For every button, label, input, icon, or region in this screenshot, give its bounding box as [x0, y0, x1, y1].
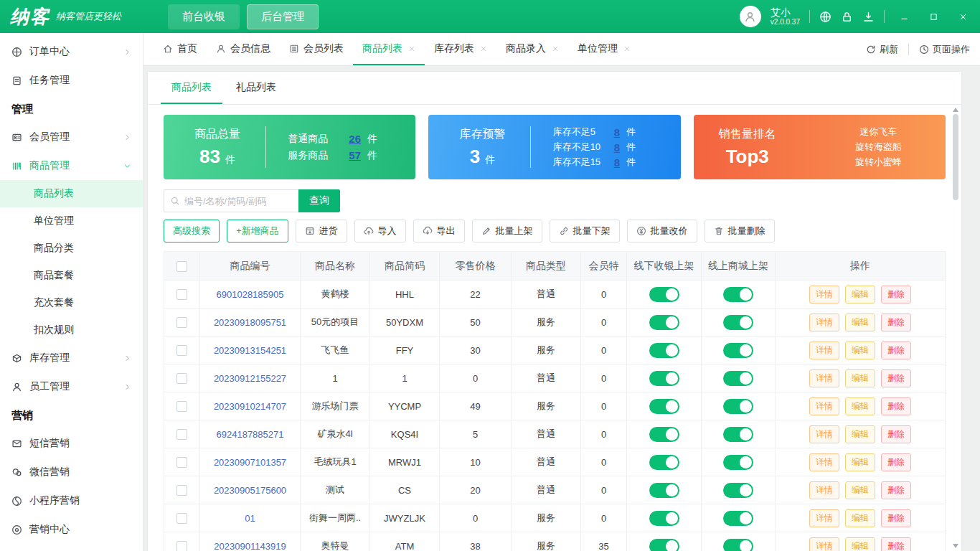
online-mall-toggle[interactable] — [723, 287, 753, 302]
batch-off-shelf-button[interactable]: 批量下架 — [550, 220, 620, 242]
detail-button[interactable]: 详情 — [809, 397, 839, 415]
scroll-up-arrow[interactable] — [953, 108, 958, 112]
sidebar-item-miniapp-marketing[interactable]: 小程序营销 — [0, 486, 143, 515]
batch-reprice-button[interactable]: 批量改价 — [627, 220, 697, 242]
edit-button[interactable]: 编辑 — [845, 369, 875, 387]
tab-home[interactable]: 首页 — [154, 33, 207, 65]
offline-cashier-toggle[interactable] — [649, 483, 679, 498]
row-checkbox[interactable] — [176, 289, 187, 300]
online-mall-toggle[interactable] — [723, 483, 753, 498]
lock-icon[interactable] — [841, 11, 853, 23]
row-checkbox[interactable] — [176, 457, 187, 468]
row-checkbox[interactable] — [176, 373, 187, 384]
row-checkbox[interactable] — [176, 401, 187, 412]
edit-button[interactable]: 编辑 — [845, 537, 875, 551]
query-button[interactable]: 查询 — [298, 189, 340, 212]
sidebar-item-inventory-management[interactable]: 库存管理 — [0, 344, 143, 372]
tab-product-list[interactable]: 商品列表 — [353, 33, 425, 65]
tab-member-info[interactable]: 会员信息 — [207, 33, 280, 65]
row-checkbox[interactable] — [176, 485, 187, 496]
product-code-link[interactable]: 20230912155227 — [214, 373, 286, 384]
delete-button[interactable]: 删除 — [881, 481, 911, 499]
detail-button[interactable]: 详情 — [809, 481, 839, 499]
card-detail-value[interactable]: 8 — [614, 156, 620, 169]
sidebar-item-member-management[interactable]: 会员管理 — [0, 123, 143, 151]
sidebar-item-staff-management[interactable]: 员工管理 — [0, 372, 143, 401]
offline-cashier-toggle[interactable] — [649, 315, 679, 330]
purchase-button[interactable]: 进货 — [296, 220, 347, 242]
sidebar-item-task-management[interactable]: 任务管理 — [0, 66, 143, 95]
sidebar-item-product-management[interactable]: 商品管理 — [0, 151, 143, 180]
edit-button[interactable]: 编辑 — [845, 286, 875, 303]
sidebar-subitem-recharge-package[interactable]: 充次套餐 — [0, 289, 143, 316]
detail-button[interactable]: 详情 — [809, 453, 839, 471]
search-input[interactable] — [184, 196, 293, 207]
delete-button[interactable]: 删除 — [881, 537, 911, 551]
detail-button[interactable]: 详情 — [809, 314, 839, 331]
row-checkbox[interactable] — [176, 345, 187, 356]
offline-cashier-toggle[interactable] — [649, 427, 679, 442]
add-product-button[interactable]: +新增商品 — [227, 220, 288, 242]
offline-cashier-toggle[interactable] — [649, 511, 679, 526]
row-checkbox[interactable] — [176, 513, 187, 524]
delete-button[interactable]: 删除 — [881, 425, 911, 443]
edit-button[interactable]: 编辑 — [845, 453, 875, 471]
sidebar-item-order-center[interactable]: 订单中心 — [0, 37, 143, 66]
subtab-gift-list[interactable]: 礼品列表 — [225, 72, 287, 104]
scroll-down-arrow[interactable] — [953, 544, 958, 548]
sidebar-subitem-unit-management[interactable]: 单位管理 — [0, 207, 143, 235]
product-code-link[interactable]: 20230913154251 — [214, 345, 286, 356]
edit-button[interactable]: 编辑 — [845, 397, 875, 415]
card-detail-value[interactable]: 26 — [349, 133, 361, 145]
detail-button[interactable]: 详情 — [809, 342, 839, 359]
subtab-product-list[interactable]: 商品列表 — [161, 72, 222, 104]
sidebar-subitem-product-category[interactable]: 商品分类 — [0, 235, 143, 262]
product-code-link[interactable]: 01 — [245, 513, 255, 524]
delete-button[interactable]: 删除 — [881, 342, 911, 359]
batch-on-shelf-button[interactable]: 批量上架 — [472, 220, 542, 242]
online-mall-toggle[interactable] — [723, 427, 753, 442]
delete-button[interactable]: 删除 — [881, 397, 911, 415]
offline-cashier-toggle[interactable] — [649, 343, 679, 358]
offline-cashier-toggle[interactable] — [649, 287, 679, 302]
delete-button[interactable]: 删除 — [881, 509, 911, 527]
card-detail-value[interactable]: 57 — [349, 149, 361, 161]
detail-button[interactable]: 详情 — [809, 369, 839, 387]
edit-button[interactable]: 编辑 — [845, 342, 875, 359]
close-button[interactable] — [953, 6, 973, 27]
offline-cashier-toggle[interactable] — [649, 371, 679, 386]
page-operations-button[interactable]: 页面操作 — [919, 43, 970, 56]
row-checkbox[interactable] — [176, 541, 187, 551]
online-mall-toggle[interactable] — [723, 539, 753, 551]
advanced-search-button[interactable]: 高级搜索 — [164, 220, 220, 242]
online-mall-toggle[interactable] — [723, 371, 753, 386]
vertical-scrollbar[interactable] — [952, 108, 959, 548]
card-detail-value[interactable]: 8 — [614, 126, 620, 138]
edit-button[interactable]: 编辑 — [845, 509, 875, 527]
online-mall-toggle[interactable] — [723, 399, 753, 414]
import-button[interactable]: 导入 — [354, 220, 406, 242]
tab-member-list[interactable]: 会员列表 — [280, 33, 353, 65]
sidebar-subitem-deduct-rules[interactable]: 扣次规则 — [0, 316, 143, 344]
select-all-checkbox[interactable] — [176, 261, 187, 272]
refresh-button[interactable]: 刷新 — [866, 43, 898, 56]
product-code-link[interactable]: 20230910214707 — [214, 401, 286, 412]
detail-button[interactable]: 详情 — [809, 286, 839, 303]
online-mall-toggle[interactable] — [723, 455, 753, 470]
detail-button[interactable]: 详情 — [809, 509, 839, 527]
tab-product-entry[interactable]: 商品录入 — [496, 33, 568, 65]
online-mall-toggle[interactable] — [723, 315, 753, 330]
delete-button[interactable]: 删除 — [881, 286, 911, 303]
product-code-link[interactable]: 6924187885271 — [217, 429, 284, 440]
card-detail-value[interactable]: 8 — [614, 141, 620, 154]
product-code-link[interactable]: 20230918095751 — [214, 317, 286, 328]
offline-cashier-toggle[interactable] — [649, 399, 679, 414]
online-mall-toggle[interactable] — [723, 343, 753, 358]
row-checkbox[interactable] — [176, 317, 187, 328]
sidebar-item-marketing-center[interactable]: 营销中心 — [0, 515, 143, 544]
product-code-link[interactable]: 20230901143919 — [214, 541, 286, 551]
edit-button[interactable]: 编辑 — [845, 481, 875, 499]
scrollbar-thumb[interactable] — [953, 114, 958, 200]
batch-delete-button[interactable]: 批量删除 — [705, 220, 775, 242]
delete-button[interactable]: 删除 — [881, 453, 911, 471]
